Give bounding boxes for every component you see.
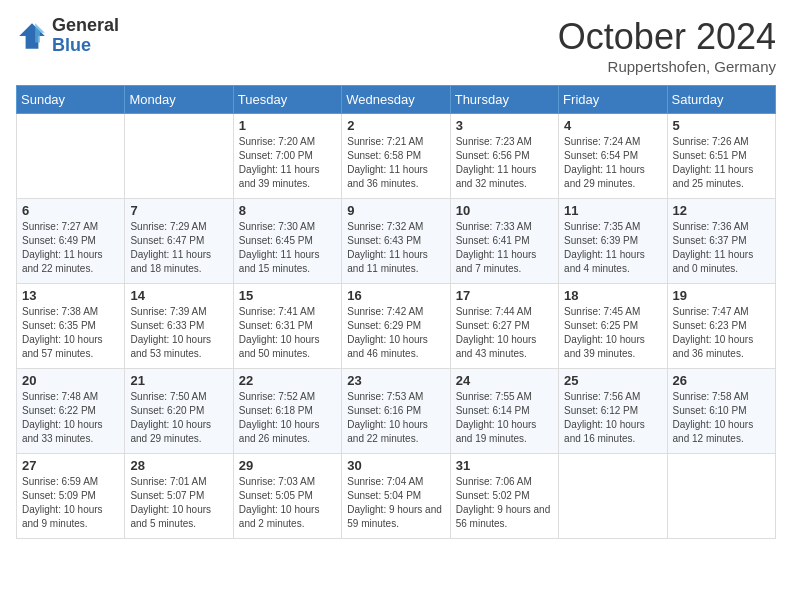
page-header: General Blue October 2024 Ruppertshofen,… [16, 16, 776, 75]
svg-marker-1 [35, 23, 45, 42]
day-number: 21 [130, 373, 227, 388]
day-info: Sunrise: 7:53 AM Sunset: 6:16 PM Dayligh… [347, 390, 444, 446]
calendar-week-row: 20Sunrise: 7:48 AM Sunset: 6:22 PM Dayli… [17, 369, 776, 454]
day-info: Sunrise: 7:58 AM Sunset: 6:10 PM Dayligh… [673, 390, 770, 446]
calendar-cell: 14Sunrise: 7:39 AM Sunset: 6:33 PM Dayli… [125, 284, 233, 369]
calendar-cell: 6Sunrise: 7:27 AM Sunset: 6:49 PM Daylig… [17, 199, 125, 284]
day-info: Sunrise: 7:23 AM Sunset: 6:56 PM Dayligh… [456, 135, 553, 191]
calendar-cell [17, 114, 125, 199]
day-number: 24 [456, 373, 553, 388]
title-section: October 2024 Ruppertshofen, Germany [558, 16, 776, 75]
calendar-cell [125, 114, 233, 199]
day-info: Sunrise: 7:44 AM Sunset: 6:27 PM Dayligh… [456, 305, 553, 361]
calendar-cell: 24Sunrise: 7:55 AM Sunset: 6:14 PM Dayli… [450, 369, 558, 454]
day-number: 8 [239, 203, 336, 218]
calendar-cell: 13Sunrise: 7:38 AM Sunset: 6:35 PM Dayli… [17, 284, 125, 369]
calendar-cell: 30Sunrise: 7:04 AM Sunset: 5:04 PM Dayli… [342, 454, 450, 539]
day-info: Sunrise: 7:30 AM Sunset: 6:45 PM Dayligh… [239, 220, 336, 276]
calendar-cell: 2Sunrise: 7:21 AM Sunset: 6:58 PM Daylig… [342, 114, 450, 199]
calendar-cell: 16Sunrise: 7:42 AM Sunset: 6:29 PM Dayli… [342, 284, 450, 369]
day-info: Sunrise: 7:36 AM Sunset: 6:37 PM Dayligh… [673, 220, 770, 276]
calendar-cell [559, 454, 667, 539]
day-number: 12 [673, 203, 770, 218]
day-number: 15 [239, 288, 336, 303]
day-info: Sunrise: 7:01 AM Sunset: 5:07 PM Dayligh… [130, 475, 227, 531]
logo-blue-text: Blue [52, 36, 119, 56]
calendar-cell: 4Sunrise: 7:24 AM Sunset: 6:54 PM Daylig… [559, 114, 667, 199]
calendar-cell: 9Sunrise: 7:32 AM Sunset: 6:43 PM Daylig… [342, 199, 450, 284]
day-number: 29 [239, 458, 336, 473]
calendar-header: SundayMondayTuesdayWednesdayThursdayFrid… [17, 86, 776, 114]
day-number: 25 [564, 373, 661, 388]
calendar-cell: 18Sunrise: 7:45 AM Sunset: 6:25 PM Dayli… [559, 284, 667, 369]
day-of-week-header: Sunday [17, 86, 125, 114]
day-number: 2 [347, 118, 444, 133]
calendar-cell: 7Sunrise: 7:29 AM Sunset: 6:47 PM Daylig… [125, 199, 233, 284]
calendar-cell: 22Sunrise: 7:52 AM Sunset: 6:18 PM Dayli… [233, 369, 341, 454]
calendar-cell: 28Sunrise: 7:01 AM Sunset: 5:07 PM Dayli… [125, 454, 233, 539]
day-info: Sunrise: 7:27 AM Sunset: 6:49 PM Dayligh… [22, 220, 119, 276]
calendar-cell: 11Sunrise: 7:35 AM Sunset: 6:39 PM Dayli… [559, 199, 667, 284]
calendar-week-row: 27Sunrise: 6:59 AM Sunset: 5:09 PM Dayli… [17, 454, 776, 539]
day-number: 20 [22, 373, 119, 388]
day-number: 30 [347, 458, 444, 473]
day-number: 1 [239, 118, 336, 133]
calendar-cell: 27Sunrise: 6:59 AM Sunset: 5:09 PM Dayli… [17, 454, 125, 539]
logo-general-text: General [52, 16, 119, 36]
day-info: Sunrise: 7:50 AM Sunset: 6:20 PM Dayligh… [130, 390, 227, 446]
day-of-week-header: Tuesday [233, 86, 341, 114]
day-number: 11 [564, 203, 661, 218]
day-number: 19 [673, 288, 770, 303]
day-info: Sunrise: 7:41 AM Sunset: 6:31 PM Dayligh… [239, 305, 336, 361]
day-number: 28 [130, 458, 227, 473]
day-info: Sunrise: 7:20 AM Sunset: 7:00 PM Dayligh… [239, 135, 336, 191]
calendar-cell: 1Sunrise: 7:20 AM Sunset: 7:00 PM Daylig… [233, 114, 341, 199]
day-info: Sunrise: 7:29 AM Sunset: 6:47 PM Dayligh… [130, 220, 227, 276]
calendar-body: 1Sunrise: 7:20 AM Sunset: 7:00 PM Daylig… [17, 114, 776, 539]
calendar-cell: 8Sunrise: 7:30 AM Sunset: 6:45 PM Daylig… [233, 199, 341, 284]
day-number: 26 [673, 373, 770, 388]
day-number: 3 [456, 118, 553, 133]
day-info: Sunrise: 7:33 AM Sunset: 6:41 PM Dayligh… [456, 220, 553, 276]
day-info: Sunrise: 7:47 AM Sunset: 6:23 PM Dayligh… [673, 305, 770, 361]
days-of-week-row: SundayMondayTuesdayWednesdayThursdayFrid… [17, 86, 776, 114]
calendar-week-row: 13Sunrise: 7:38 AM Sunset: 6:35 PM Dayli… [17, 284, 776, 369]
calendar-cell: 12Sunrise: 7:36 AM Sunset: 6:37 PM Dayli… [667, 199, 775, 284]
logo-icon [16, 20, 48, 52]
day-info: Sunrise: 7:56 AM Sunset: 6:12 PM Dayligh… [564, 390, 661, 446]
calendar-cell: 17Sunrise: 7:44 AM Sunset: 6:27 PM Dayli… [450, 284, 558, 369]
day-info: Sunrise: 7:32 AM Sunset: 6:43 PM Dayligh… [347, 220, 444, 276]
calendar-cell: 26Sunrise: 7:58 AM Sunset: 6:10 PM Dayli… [667, 369, 775, 454]
calendar-week-row: 1Sunrise: 7:20 AM Sunset: 7:00 PM Daylig… [17, 114, 776, 199]
day-number: 9 [347, 203, 444, 218]
calendar-cell: 15Sunrise: 7:41 AM Sunset: 6:31 PM Dayli… [233, 284, 341, 369]
day-of-week-header: Wednesday [342, 86, 450, 114]
calendar-cell: 19Sunrise: 7:47 AM Sunset: 6:23 PM Dayli… [667, 284, 775, 369]
day-info: Sunrise: 7:45 AM Sunset: 6:25 PM Dayligh… [564, 305, 661, 361]
day-info: Sunrise: 7:06 AM Sunset: 5:02 PM Dayligh… [456, 475, 553, 531]
day-info: Sunrise: 7:52 AM Sunset: 6:18 PM Dayligh… [239, 390, 336, 446]
location: Ruppertshofen, Germany [558, 58, 776, 75]
day-info: Sunrise: 7:48 AM Sunset: 6:22 PM Dayligh… [22, 390, 119, 446]
day-info: Sunrise: 7:21 AM Sunset: 6:58 PM Dayligh… [347, 135, 444, 191]
day-info: Sunrise: 7:55 AM Sunset: 6:14 PM Dayligh… [456, 390, 553, 446]
day-info: Sunrise: 7:04 AM Sunset: 5:04 PM Dayligh… [347, 475, 444, 531]
calendar-cell: 29Sunrise: 7:03 AM Sunset: 5:05 PM Dayli… [233, 454, 341, 539]
calendar-cell: 31Sunrise: 7:06 AM Sunset: 5:02 PM Dayli… [450, 454, 558, 539]
logo: General Blue [16, 16, 119, 56]
day-number: 23 [347, 373, 444, 388]
month-title: October 2024 [558, 16, 776, 58]
calendar-cell: 23Sunrise: 7:53 AM Sunset: 6:16 PM Dayli… [342, 369, 450, 454]
day-number: 17 [456, 288, 553, 303]
calendar-cell [667, 454, 775, 539]
day-info: Sunrise: 7:03 AM Sunset: 5:05 PM Dayligh… [239, 475, 336, 531]
day-number: 14 [130, 288, 227, 303]
day-number: 18 [564, 288, 661, 303]
day-number: 10 [456, 203, 553, 218]
day-number: 13 [22, 288, 119, 303]
calendar-cell: 3Sunrise: 7:23 AM Sunset: 6:56 PM Daylig… [450, 114, 558, 199]
day-number: 6 [22, 203, 119, 218]
day-number: 7 [130, 203, 227, 218]
day-number: 27 [22, 458, 119, 473]
logo-text: General Blue [52, 16, 119, 56]
